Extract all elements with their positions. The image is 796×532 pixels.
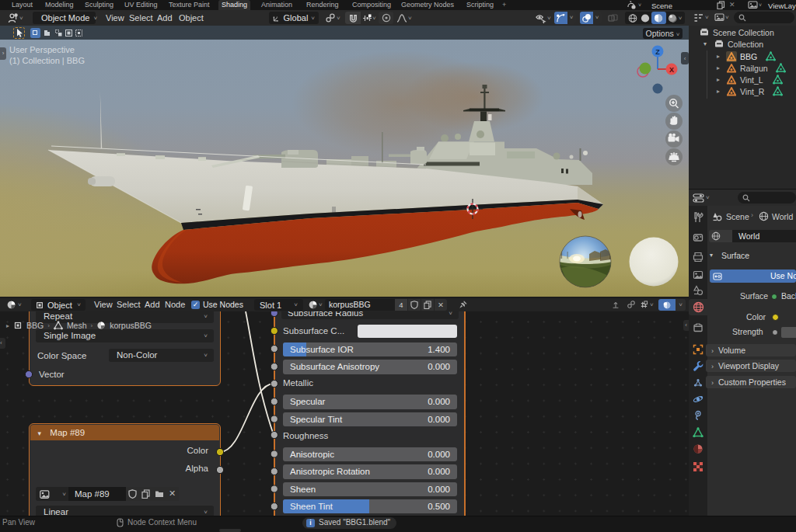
svg-text:Z: Z [655, 48, 660, 56]
svg-text:‹: ‹ [684, 55, 686, 62]
svg-text:X: X [669, 66, 674, 74]
